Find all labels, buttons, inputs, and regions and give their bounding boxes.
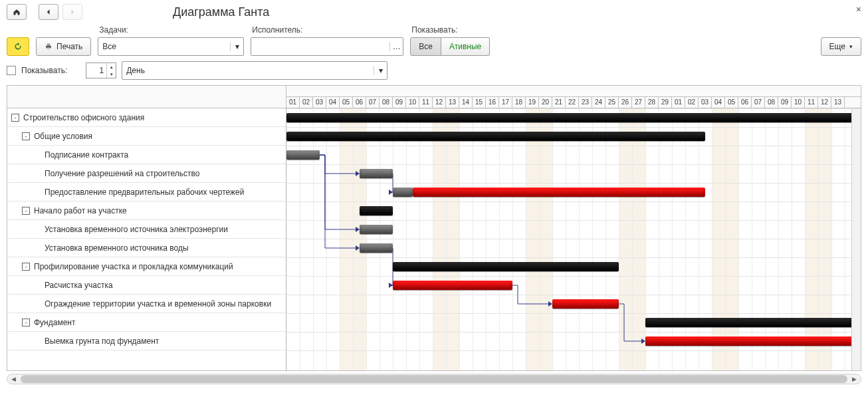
day-header-cell: 13 (831, 97, 845, 108)
gantt-bar[interactable] (393, 262, 619, 271)
gantt-bar[interactable] (286, 113, 858, 122)
day-header-cell: 02 (300, 97, 313, 108)
day-header-cell: 23 (579, 97, 592, 108)
more-button[interactable]: Еще ▾ (821, 37, 861, 56)
collapse-toggle[interactable]: - (22, 263, 30, 271)
day-header-cell: 02 (685, 97, 699, 108)
day-header-cell: 11 (419, 97, 433, 108)
day-header-cell: 13 (446, 97, 459, 108)
close-button[interactable]: × (856, 4, 861, 15)
collapse-toggle[interactable]: - (22, 319, 30, 327)
filter-all-button[interactable]: Все (410, 37, 441, 56)
day-header-cell: 07 (366, 97, 380, 108)
unit-value: День (122, 66, 374, 75)
collapse-toggle[interactable]: - (11, 114, 19, 122)
show-checkbox[interactable] (7, 66, 16, 75)
task-row[interactable]: Предоставление предварительных рабочих ч… (7, 183, 286, 201)
collapse-toggle[interactable]: - (22, 207, 30, 215)
unit-select[interactable]: День ▾ (122, 61, 387, 80)
chevron-down-icon[interactable]: ▾ (374, 66, 387, 75)
task-label: Профилирование участка и прокладка комму… (34, 262, 233, 271)
filter-active-button[interactable]: Ативные (441, 37, 490, 56)
gantt-bar[interactable] (413, 188, 705, 197)
performer-field-label: Исполнитель: (251, 25, 403, 35)
gantt-bar[interactable] (393, 188, 413, 197)
gantt-bar[interactable] (360, 243, 393, 253)
arrow-left-icon (45, 8, 53, 16)
day-header-cell: 04 (326, 97, 340, 108)
task-row[interactable]: -Начало работ на участке (7, 201, 286, 220)
gantt-bar[interactable] (552, 299, 619, 309)
print-button[interactable]: Печать (36, 37, 91, 56)
ellipsis-icon[interactable]: … (389, 42, 403, 51)
home-icon (13, 8, 21, 16)
gantt-bar[interactable] (360, 206, 393, 215)
svg-rect-2 (47, 48, 51, 50)
vertical-scrollbar[interactable] (851, 109, 861, 370)
task-row[interactable]: Ограждение территории участка и временно… (7, 295, 286, 313)
task-row[interactable]: Установка временного источника электроэн… (7, 220, 286, 239)
day-header-cell: 03 (699, 97, 712, 108)
back-button[interactable] (39, 4, 58, 20)
day-header-cell: 10 (792, 97, 805, 108)
task-label: Начало работ на участке (34, 206, 127, 215)
task-label: Строительство офисного здания (23, 113, 144, 122)
day-header-cell: 21 (552, 97, 566, 108)
task-row[interactable]: Выемка грунта под фундамент (7, 332, 286, 350)
task-row[interactable]: -Строительство офисного здания (7, 108, 286, 127)
day-header-cell: 06 (738, 97, 752, 108)
day-header-cell: 24 (592, 97, 605, 108)
gantt-bar[interactable] (286, 150, 320, 160)
task-row[interactable]: -Фундамент (7, 313, 286, 332)
chevron-down-icon[interactable]: ▾ (230, 42, 243, 51)
day-header-cell: 09 (393, 97, 406, 108)
day-header-cell: 03 (313, 97, 326, 108)
refresh-button[interactable] (7, 37, 29, 56)
day-header-cell: 05 (725, 97, 738, 108)
day-header-cell: 04 (712, 97, 725, 108)
gantt-bar[interactable] (286, 132, 705, 141)
gantt-bar[interactable] (360, 169, 393, 178)
gantt-chart: -Строительство офисного здания-Общие усл… (7, 85, 861, 371)
day-header-cell: 12 (818, 97, 831, 108)
day-header-cell: 19 (526, 97, 539, 108)
task-row[interactable]: Подписание контракта (7, 146, 286, 164)
gantt-bar[interactable] (645, 336, 858, 346)
show-checkbox-label: Показывать: (21, 66, 67, 75)
tasks-field-label: Задачи: (98, 25, 244, 35)
interval-value: 1 (86, 66, 106, 75)
gantt-bar[interactable] (645, 318, 858, 327)
gantt-bar[interactable] (360, 225, 393, 234)
chevron-down-icon: ▾ (849, 43, 853, 50)
day-header-cell: 20 (539, 97, 552, 108)
task-row[interactable]: Установка временного источника воды (7, 239, 286, 257)
arrow-right-icon (68, 8, 76, 16)
task-label: Расчистка участка (45, 281, 113, 290)
task-label: Установка временного источника электроэн… (45, 225, 228, 234)
performer-select[interactable]: … (251, 37, 403, 56)
day-header-cell: 16 (486, 97, 499, 108)
gantt-bar[interactable] (393, 281, 512, 290)
print-label: Печать (56, 42, 82, 51)
scroll-left-icon[interactable]: ◀ (11, 376, 16, 382)
interval-stepper[interactable]: 1 ▴ ▾ (86, 63, 116, 78)
step-up-icon[interactable]: ▴ (107, 63, 116, 70)
day-header-cell: 08 (765, 97, 778, 108)
task-label: Выемка грунта под фундамент (45, 336, 159, 346)
task-label: Предоставление предварительных рабочих ч… (45, 188, 244, 197)
task-row[interactable]: Расчистка участка (7, 276, 286, 295)
day-header-cell: 10 (406, 97, 419, 108)
task-row[interactable]: Получение разрешений на строительство (7, 164, 286, 183)
task-row[interactable]: -Профилирование участка и прокладка комм… (7, 257, 286, 276)
collapse-toggle[interactable]: - (22, 132, 30, 140)
day-header-cell: 05 (340, 97, 353, 108)
tasks-select[interactable]: Все ▾ (98, 37, 244, 56)
horizontal-scrollbar[interactable]: ◀ ▶ (7, 374, 861, 384)
print-icon (45, 43, 53, 51)
task-row[interactable]: -Общие условия (7, 127, 286, 146)
scroll-thumb[interactable] (21, 375, 847, 383)
step-down-icon[interactable]: ▾ (107, 70, 116, 78)
timeline-area: 0102030405060708091011121314151617181920… (286, 86, 861, 370)
scroll-right-icon[interactable]: ▶ (852, 376, 857, 382)
home-button[interactable] (7, 4, 27, 20)
